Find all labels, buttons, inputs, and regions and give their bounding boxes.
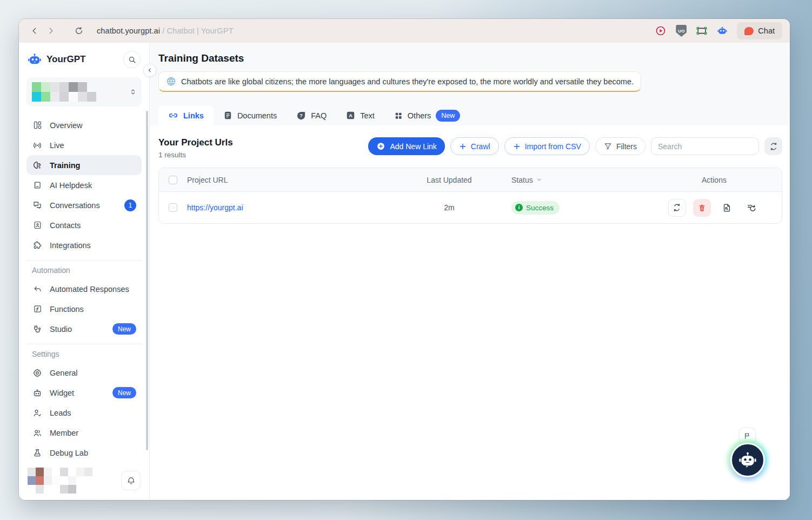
- panel-heading: Your Project Urls: [158, 137, 233, 148]
- row-checkbox[interactable]: [169, 203, 177, 212]
- sidebar-item-label: Automated Responses: [50, 285, 129, 294]
- add-new-link-button[interactable]: Add New Link: [368, 137, 444, 155]
- workspace-selector[interactable]: [26, 77, 142, 106]
- sidebar-item-widget[interactable]: Widget New: [26, 383, 142, 403]
- widget-new-badge: New: [112, 387, 136, 398]
- search-icon: [128, 56, 136, 64]
- col-header-last-updated: Last Updated: [387, 176, 511, 184]
- links-toolbar: Your Project Urls 1 results Add New Link…: [158, 137, 782, 159]
- gear-icon: [32, 368, 43, 378]
- col-header-status[interactable]: Status: [511, 176, 647, 184]
- contact-card-icon: [32, 221, 43, 230]
- sidebar-collapse-button[interactable]: [143, 64, 156, 77]
- trash-icon: [698, 204, 706, 212]
- section-label-automation: Automation: [32, 266, 136, 275]
- tab-label: Others: [408, 111, 431, 120]
- sidebar-item-integrations[interactable]: Integrations: [26, 235, 142, 255]
- sidebar-item-label: Training: [50, 161, 80, 170]
- browser-reload-button[interactable]: [71, 23, 87, 39]
- sidebar-item-label: AI Helpdesk: [50, 181, 92, 190]
- chat-bubble-icon: [744, 27, 754, 35]
- chatbot-robot-icon: [730, 443, 765, 477]
- person-check-icon: [32, 408, 43, 418]
- chevron-left-icon: [147, 68, 152, 73]
- brand-logo[interactable]: YourGPT: [28, 52, 85, 66]
- sidebar-item-overview[interactable]: Overview: [26, 115, 142, 135]
- sidebar-item-general[interactable]: General: [26, 363, 142, 383]
- col-header-actions: Actions: [647, 176, 782, 184]
- sidebar-item-member[interactable]: Member: [26, 423, 142, 443]
- sidebar-item-ai-helpdesk[interactable]: AI Helpdesk: [26, 175, 142, 195]
- plus-icon: [513, 143, 521, 150]
- sidebar-item-leads[interactable]: Leads: [26, 403, 142, 423]
- sidebar-item-conversations[interactable]: Conversations 1: [26, 195, 142, 215]
- chatbot-widget-button[interactable]: [730, 443, 765, 477]
- document-icon: [223, 111, 232, 120]
- robot-extension-icon[interactable]: [716, 25, 728, 37]
- tab-faq[interactable]: ? FAQ: [287, 105, 336, 125]
- tab-links[interactable]: Links: [158, 105, 214, 125]
- history-button[interactable]: [743, 199, 761, 217]
- sidebar-item-label: Live: [50, 141, 64, 150]
- user-info-redacted: [28, 468, 92, 494]
- screenshot-extension-icon[interactable]: [696, 25, 708, 37]
- sidebar-item-automated-responses[interactable]: Automated Responses: [26, 279, 142, 299]
- browser-forward-button[interactable]: [43, 23, 59, 39]
- section-label-settings: Settings: [32, 350, 136, 358]
- flask-icon: [32, 448, 43, 458]
- dashboard-icon: [32, 121, 43, 130]
- file-search-icon: [722, 203, 731, 212]
- funnel-icon: [604, 142, 612, 150]
- divider: [26, 344, 142, 344]
- text-icon: A: [346, 111, 355, 120]
- col-header-project-url: Project URL: [187, 176, 387, 184]
- view-content-button[interactable]: [718, 199, 736, 217]
- address-bar[interactable]: chatbot.yourgpt.ai / Chatbot | YourGPT: [97, 26, 234, 35]
- sidebar-item-training[interactable]: Training: [26, 155, 142, 175]
- results-count: 1 results: [158, 151, 233, 159]
- sidebar-item-studio[interactable]: Studio New: [26, 319, 142, 339]
- tab-label: Documents: [237, 111, 277, 120]
- history-icon: [747, 203, 756, 212]
- studio-new-badge: New: [112, 323, 136, 335]
- status-badge: i Success: [511, 201, 560, 215]
- import-from-csv-button[interactable]: Import from CSV: [504, 137, 590, 155]
- tab-text[interactable]: A Text: [336, 105, 384, 125]
- tab-documents[interactable]: Documents: [214, 105, 287, 125]
- chevron-up-down-icon: [130, 88, 136, 96]
- tab-label: Links: [183, 111, 204, 120]
- search-input[interactable]: [651, 137, 759, 155]
- browser-back-button[interactable]: [26, 23, 43, 39]
- sidebar-item-label: Conversations: [50, 201, 100, 210]
- adblock-extension-icon[interactable]: UO: [675, 25, 687, 37]
- sidebar-user-section[interactable]: [19, 465, 149, 500]
- refresh-list-button[interactable]: [764, 137, 782, 155]
- project-url-link[interactable]: https://yourgpt.ai: [187, 203, 243, 212]
- sidebar-item-debug-lab[interactable]: Debug Lab: [26, 443, 142, 463]
- sidebar-item-label: Functions: [50, 305, 84, 314]
- sidebar-scrollbar[interactable]: [146, 111, 148, 450]
- crawl-button[interactable]: Crawl: [450, 137, 499, 155]
- sidebar-search-button[interactable]: [123, 51, 141, 68]
- delete-button[interactable]: [693, 199, 711, 217]
- sidebar-item-label: Member: [50, 429, 78, 437]
- tab-others[interactable]: Others New: [384, 105, 470, 125]
- select-all-checkbox[interactable]: [169, 176, 177, 184]
- browser-chrome: chatbot.yourgpt.ai / Chatbot | YourGPT U…: [19, 19, 790, 43]
- page-header: Training Datasets Chatbots are like glob…: [150, 43, 790, 125]
- chat-extension-button[interactable]: Chat: [737, 22, 782, 39]
- conversations-count-badge: 1: [124, 199, 136, 211]
- filters-button[interactable]: Filters: [595, 137, 645, 155]
- dataset-tabs: Links Documents ? FAQ A Text: [158, 105, 781, 125]
- sidebar-item-functions[interactable]: Functions: [26, 299, 142, 319]
- sidebar-item-label: General: [50, 369, 78, 377]
- recrawl-button[interactable]: [668, 199, 686, 217]
- sidebar-item-live[interactable]: Live: [26, 135, 142, 155]
- chat-label: Chat: [758, 26, 775, 35]
- notifications-button[interactable]: [121, 471, 141, 490]
- broadcast-icon: [32, 141, 43, 150]
- sidebar-item-contacts[interactable]: Contacts: [26, 215, 142, 235]
- yourgpt-robot-icon: [28, 52, 42, 66]
- record-extension-icon[interactable]: [655, 25, 667, 37]
- puzzle-icon: [32, 241, 43, 250]
